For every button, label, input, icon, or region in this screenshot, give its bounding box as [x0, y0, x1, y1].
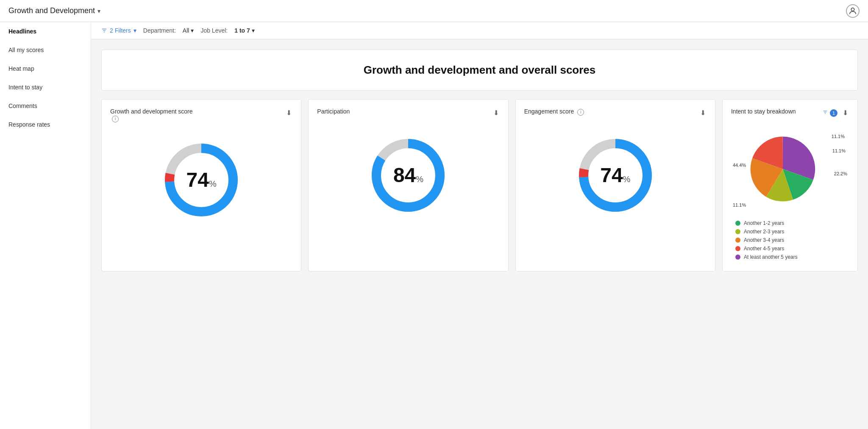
- engagement-score-title: Engagement score i: [524, 108, 584, 116]
- legend-item-orange: Another 3-4 years: [735, 237, 849, 243]
- legend-label-red: Another 4-5 years: [744, 246, 784, 252]
- page-title-card: Growth and development and overall score…: [101, 50, 858, 91]
- job-level-value-button[interactable]: 1 to 7 ▾: [234, 27, 255, 34]
- filters-button[interactable]: 2 Filters ▾: [101, 27, 136, 34]
- growth-score-actions: ⬇: [285, 108, 292, 118]
- legend-label-green: Another 1-2 years: [744, 220, 784, 226]
- participation-value: 84%: [393, 165, 423, 185]
- legend-item-green: Another 1-2 years: [735, 220, 849, 226]
- filter-bar: 2 Filters ▾ Department: All ▾ Job Level:…: [91, 22, 868, 39]
- department-chevron-icon: ▾: [191, 27, 194, 34]
- participation-donut: 84%: [366, 133, 451, 218]
- engagement-score-donut: 74%: [573, 133, 658, 218]
- participation-card: Participation ⬇: [308, 99, 508, 271]
- intent-filter-count: 1: [830, 109, 837, 117]
- sidebar-item-all-my-scores[interactable]: All my scores: [0, 41, 91, 59]
- engagement-score-chart: 74%: [524, 125, 707, 226]
- pie-label-right: 22.2%: [834, 171, 847, 176]
- participation-download-button[interactable]: ⬇: [492, 108, 500, 118]
- growth-score-chart: 74%: [110, 129, 292, 231]
- legend-item-purple: At least another 5 years: [735, 254, 849, 260]
- svg-point-0: [851, 8, 854, 11]
- sidebar-item-intent-to-stay[interactable]: Intent to stay: [0, 78, 91, 97]
- sidebar-item-comments[interactable]: Comments: [0, 97, 91, 115]
- pie-segments: [751, 137, 815, 202]
- content-area: Growth and development and overall score…: [91, 39, 868, 282]
- intent-to-stay-actions: 1 ⬇: [822, 108, 849, 118]
- intent-to-stay-card: Intent to stay breakdown 1 ⬇: [722, 99, 858, 271]
- main-layout: Headlines All my scores Heat map Intent …: [0, 22, 868, 429]
- pie-legend: Another 1-2 years Another 2-3 years Anot…: [731, 220, 849, 260]
- legend-dot-green: [735, 221, 740, 226]
- legend-label-purple: At least another 5 years: [744, 254, 798, 260]
- legend-item-yellow-green: Another 2-3 years: [735, 229, 849, 235]
- sidebar: Headlines All my scores Heat map Intent …: [0, 22, 91, 429]
- pie-label-top-right-2: 11.1%: [832, 148, 846, 153]
- app-title: Growth and Development ▾: [8, 6, 100, 15]
- job-level-value: 1 to 7: [234, 27, 250, 34]
- filters-chevron-icon: ▾: [134, 27, 136, 34]
- growth-score-value: 74%: [186, 170, 217, 190]
- sidebar-item-headlines[interactable]: Headlines: [0, 22, 91, 41]
- growth-score-title: Growth and development score i: [110, 108, 195, 122]
- pie-label-left: 44.4%: [733, 163, 746, 168]
- intent-to-stay-header: Intent to stay breakdown 1 ⬇: [731, 108, 849, 118]
- intent-pie-wrapper: 11.1% 11.1% 22.2% 11.1% 44.4% Another 1-…: [731, 125, 849, 260]
- intent-pie-svg: [747, 133, 819, 205]
- growth-score-card: Growth and development score i ⬇: [101, 99, 301, 271]
- engagement-score-download-button[interactable]: ⬇: [699, 108, 707, 118]
- top-bar: Growth and Development ▾: [0, 0, 868, 22]
- sidebar-item-response-rates[interactable]: Response rates: [0, 115, 91, 134]
- sidebar-item-heat-map[interactable]: Heat map: [0, 59, 91, 78]
- legend-dot-purple: [735, 255, 740, 260]
- legend-dot-red: [735, 246, 740, 251]
- legend-dot-orange: [735, 238, 740, 243]
- intent-to-stay-filter-button[interactable]: 1: [822, 108, 838, 118]
- title-text: Growth and Development: [8, 6, 95, 15]
- legend-dot-yellow-green: [735, 229, 740, 234]
- pie-chart-area: 11.1% 11.1% 22.2% 11.1% 44.4%: [731, 129, 849, 213]
- legend-label-orange: Another 3-4 years: [744, 237, 784, 243]
- pie-label-top-right-1: 11.1%: [832, 134, 845, 139]
- participation-actions: ⬇: [492, 108, 500, 118]
- filters-label: 2 Filters: [110, 27, 131, 34]
- job-level-chevron-icon: ▾: [252, 27, 255, 34]
- growth-score-info-icon[interactable]: i: [112, 116, 119, 122]
- department-value-button[interactable]: All ▾: [183, 27, 194, 34]
- engagement-score-actions: ⬇: [699, 108, 707, 118]
- engagement-score-card: Engagement score i ⬇: [515, 99, 715, 271]
- pie-label-bottom-left: 11.1%: [733, 202, 746, 208]
- participation-chart: 84%: [317, 125, 499, 226]
- growth-score-donut: 74%: [159, 138, 244, 222]
- growth-score-header: Growth and development score i ⬇: [110, 108, 292, 122]
- legend-item-red: Another 4-5 years: [735, 246, 849, 252]
- engagement-score-header: Engagement score i ⬇: [524, 108, 707, 118]
- participation-title: Participation: [317, 108, 350, 115]
- page-title: Growth and development and overall score…: [115, 64, 844, 77]
- main-content: 2 Filters ▾ Department: All ▾ Job Level:…: [91, 22, 868, 429]
- department-label: Department:: [143, 27, 176, 34]
- user-avatar[interactable]: [846, 4, 860, 18]
- participation-header: Participation ⬇: [317, 108, 499, 118]
- intent-to-stay-download-button[interactable]: ⬇: [842, 108, 849, 118]
- growth-score-download-button[interactable]: ⬇: [285, 108, 292, 118]
- intent-to-stay-title: Intent to stay breakdown: [731, 108, 796, 115]
- title-chevron-icon[interactable]: ▾: [97, 8, 100, 14]
- engagement-score-value: 74%: [600, 165, 630, 185]
- job-level-label: Job Level:: [200, 27, 228, 34]
- legend-label-yellow-green: Another 2-3 years: [744, 229, 784, 235]
- cards-row: Growth and development score i ⬇: [101, 99, 858, 271]
- engagement-score-info-icon[interactable]: i: [577, 109, 584, 116]
